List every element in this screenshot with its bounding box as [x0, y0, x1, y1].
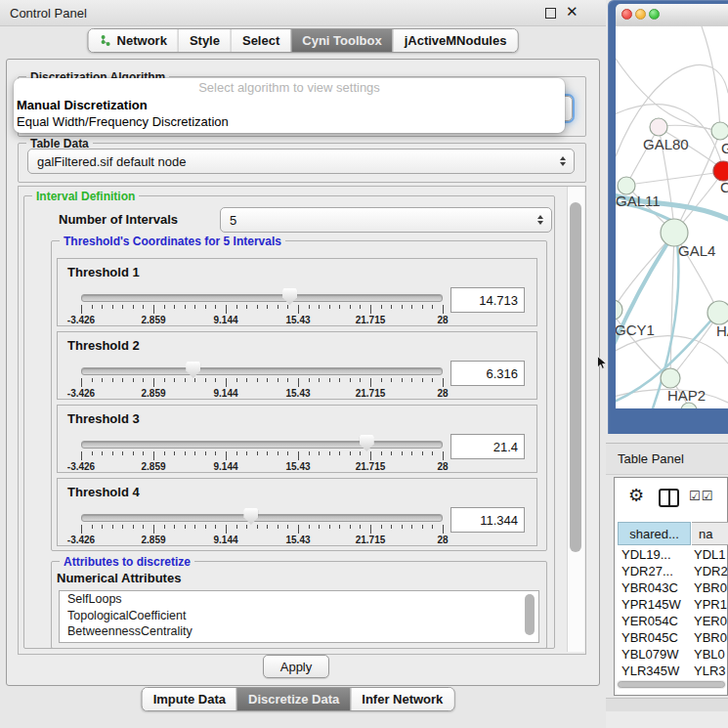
slider-thumb[interactable] [360, 435, 374, 451]
close-light-icon[interactable] [621, 9, 632, 20]
slider-tick-labels: -3.4262.8599.14415.4321.71528 [81, 535, 443, 545]
slider-thumb[interactable] [282, 288, 297, 305]
numerical-attributes-label: Numerical Attributes [57, 571, 181, 585]
number-of-intervals-combo[interactable]: 5 [220, 207, 552, 233]
tab-network[interactable]: Network [89, 29, 178, 52]
scrollbar-thumb[interactable] [618, 681, 725, 688]
slider-ticks [81, 451, 443, 461]
tab-impute-data[interactable]: Impute Data [143, 688, 236, 710]
network-node[interactable] [711, 122, 728, 140]
slider-track[interactable] [81, 514, 443, 522]
bottom-tab-bar: Impute Data Discretize Data Infer Networ… [142, 687, 455, 711]
table-panel-title: Table Panel [618, 451, 684, 466]
threshold-4-label: Threshold 4 [67, 485, 140, 499]
dropdown-option-equal-width[interactable]: Equal Width/Frequency Discretization [14, 113, 565, 130]
network-node[interactable] [713, 161, 728, 181]
network-node[interactable] [661, 368, 680, 388]
tab-label: Impute Data [153, 692, 226, 707]
apply-button[interactable]: Apply [263, 655, 329, 678]
network-node-label: GAL4 [678, 242, 715, 259]
close-icon[interactable]: ✕ [566, 3, 578, 21]
network-edge [628, 172, 722, 185]
network-edge [616, 235, 673, 364]
threshold-1-value[interactable]: 14.713 [450, 287, 525, 313]
table-row[interactable]: YPR145WYPR1 [617, 596, 728, 613]
tab-cyni-toolbox[interactable]: Cyni Toolbox [290, 29, 392, 52]
attribute-list-item[interactable]: TopologicalCoefficient [60, 608, 538, 624]
combo-stepper-icon [560, 156, 566, 166]
threshold-3-value[interactable]: 21.4 [450, 434, 525, 459]
network-node-label: GAL11 [616, 193, 661, 209]
mouse-cursor [597, 356, 608, 370]
columns-icon[interactable] [659, 489, 679, 507]
network-node-label: C [720, 179, 728, 195]
slider-thumb[interactable] [186, 362, 200, 378]
threshold-4-value[interactable]: 11.344 [450, 507, 525, 533]
column-header-shared-name[interactable]: shared... [618, 522, 691, 545]
slider-track[interactable] [81, 441, 443, 449]
attribute-list-item[interactable]: SelfLoops [60, 591, 538, 608]
list-scrollbar[interactable] [525, 592, 535, 639]
threshold-2-panel: Threshold 2 -3.4262.8599.14415.4321.7152… [57, 331, 537, 400]
slider-track[interactable] [81, 294, 443, 302]
network-edge [616, 59, 720, 131]
table-row[interactable]: YBL079WYBL0 [617, 646, 728, 663]
slider-ticks [81, 525, 443, 535]
threshold-2-value[interactable]: 6.316 [450, 361, 525, 386]
column-header-name[interactable]: na [692, 522, 728, 545]
zoom-light-icon[interactable] [649, 9, 660, 20]
numerical-attributes-list[interactable]: SelfLoopsTopologicalCoefficientBetweenne… [59, 590, 539, 643]
dropdown-option-manual[interactable]: Manual Discretization [14, 97, 565, 113]
threshold-1-label: Threshold 1 [67, 265, 140, 279]
threshold-4-slider[interactable]: -3.4262.8599.14415.4321.71528 [81, 508, 443, 545]
slider-thumb[interactable] [243, 508, 258, 525]
gear-icon[interactable]: ⚙ [628, 485, 644, 505]
scrollbar-thumb[interactable] [525, 594, 535, 635]
threshold-1-slider[interactable]: -3.4262.8599.14415.4321.71528 [81, 288, 443, 325]
network-graph: GAL80GACGAL11GAL4GCY1HAHAP2 [616, 26, 728, 408]
network-node[interactable] [707, 301, 728, 324]
table-header-row: shared... na [615, 522, 727, 546]
table-row[interactable]: YBR043CYBR0 [617, 579, 728, 596]
table-data-combo[interactable]: galFiltered.sif default node [27, 149, 575, 174]
table-row[interactable]: YDL19...YDL1 [617, 546, 728, 563]
tab-jactivemnodules[interactable]: jActiveMNodules [393, 29, 518, 52]
tab-label: Cyni Toolbox [302, 33, 381, 48]
tab-label: Discretize Data [248, 692, 339, 707]
dropdown-prompt: Select algorithm to view settings [14, 78, 565, 97]
slider-tick-labels: -3.4262.8599.14415.4321.71528 [81, 315, 443, 325]
slider-ticks [81, 378, 443, 388]
threshold-2-slider[interactable]: -3.4262.8599.14415.4321.71528 [81, 362, 443, 399]
tab-infer-network[interactable]: Infer Network [350, 688, 453, 710]
table-row[interactable]: YDR27...YDR2 [617, 563, 728, 579]
table-row[interactable]: YLR345WYLR3 [617, 663, 728, 677]
scrollbar-thumb[interactable] [570, 202, 581, 552]
tab-select[interactable]: Select [231, 29, 290, 52]
select-columns-checkboxes-icon[interactable]: ☑☑ [689, 489, 713, 503]
vertical-scrollbar[interactable] [567, 187, 584, 652]
tab-label: Select [242, 33, 279, 48]
network-edge [660, 125, 719, 131]
table-row[interactable]: YER054CYER0 [617, 613, 728, 629]
slider-track[interactable] [81, 367, 443, 375]
table-rows: YDL19...YDL1YDR27...YDR2YBR043CYBR0YPR14… [617, 546, 728, 677]
panel-title: Control Panel [10, 6, 87, 21]
horizontal-scrollbar[interactable] [617, 680, 726, 689]
tab-style[interactable]: Style [178, 29, 231, 52]
attribute-list-item[interactable]: BetweennessCentrality [60, 623, 538, 640]
network-node[interactable] [616, 300, 622, 320]
network-canvas[interactable]: GAL80GACGAL11GAL4GCY1HAHAP2 [616, 26, 728, 408]
tab-label: Infer Network [362, 692, 443, 707]
table-row[interactable]: YBR045CYBR0 [617, 629, 728, 646]
network-node[interactable] [650, 118, 667, 136]
threshold-3-slider[interactable]: -3.4262.8599.14415.4321.71528 [81, 435, 443, 472]
network-edge [670, 236, 674, 376]
tab-label: Network [117, 33, 167, 48]
tab-discretize-data[interactable]: Discretize Data [236, 688, 350, 710]
network-node-label: GAL80 [643, 136, 689, 152]
control-panel-titlebar: Control Panel [0, 0, 606, 26]
float-window-icon[interactable] [545, 8, 556, 19]
slider-ticks [81, 305, 443, 315]
combo-stepper-icon [537, 215, 543, 225]
minimize-light-icon[interactable] [635, 9, 646, 20]
